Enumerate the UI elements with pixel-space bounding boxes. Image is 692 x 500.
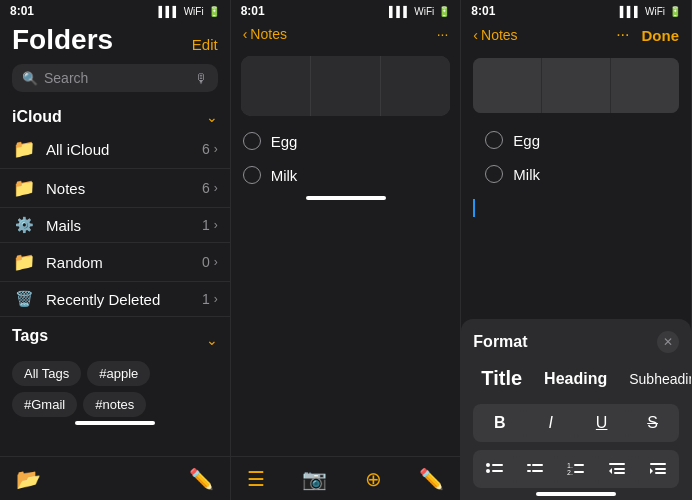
tags-list: All Tags #apple #Gmail #notes (12, 361, 218, 417)
back-chevron-icon-3: ‹ (473, 27, 478, 43)
folder-toolbar-icon[interactable]: 📂 (16, 467, 41, 491)
style-title-button[interactable]: Title (473, 363, 530, 394)
folder-item-all-icloud[interactable]: 📁 All iCloud 6 › (0, 130, 230, 169)
strikethrough-button[interactable]: S (628, 406, 677, 440)
notes-list-ellipsis[interactable]: ··· (437, 26, 449, 42)
style-heading-button[interactable]: Heading (536, 366, 615, 392)
folder-label-random: Random (46, 254, 202, 271)
signal-icon-3: ▌▌▌ (620, 6, 641, 17)
italic-button[interactable]: I (526, 406, 575, 440)
folder-chevron-mails: › (214, 218, 218, 232)
compose-toolbar-icon[interactable]: ✏️ (189, 467, 214, 491)
home-indicator-1 (75, 421, 155, 425)
editor-check-circle-egg[interactable] (485, 131, 503, 149)
battery-icon: 🔋 (208, 6, 220, 17)
editor-img-cell-2 (542, 58, 610, 113)
svg-rect-19 (655, 472, 666, 474)
status-icons-1: ▌▌▌ WiFi 🔋 (158, 6, 219, 17)
svg-rect-6 (527, 470, 531, 472)
folder-item-mails[interactable]: ⚙️ Mails 1 › (0, 208, 230, 243)
indent-button[interactable] (638, 452, 677, 486)
location-toolbar-icon[interactable]: ⊕ (365, 467, 382, 491)
check-circle-milk-2[interactable] (243, 166, 261, 184)
status-bar-3: 8:01 ▌▌▌ WiFi 🔋 (461, 0, 691, 20)
icloud-chevron-icon[interactable]: ⌄ (206, 109, 218, 125)
back-chevron-icon: ‹ (243, 26, 248, 42)
folder-chevron-notes: › (214, 181, 218, 195)
svg-rect-4 (527, 464, 531, 466)
folder-label-notes: Notes (46, 180, 202, 197)
svg-rect-16 (650, 463, 666, 465)
tag-all-tags[interactable]: All Tags (12, 361, 81, 386)
notes-back-button[interactable]: ‹ Notes (243, 26, 287, 42)
svg-rect-11 (574, 471, 584, 473)
folder-item-random[interactable]: 📁 Random 0 › (0, 243, 230, 282)
notes-list-header: ‹ Notes ··· (231, 20, 461, 48)
time-2: 8:01 (241, 4, 265, 18)
bold-button[interactable]: B (475, 406, 524, 440)
checklist-item-egg-2[interactable]: Egg (231, 124, 461, 158)
battery-icon-3: 🔋 (669, 6, 681, 17)
svg-rect-3 (492, 470, 503, 472)
ordered-list-button[interactable]: 1.2. (557, 452, 596, 486)
editor-check-label-milk: Milk (513, 166, 540, 183)
editor-img-cell-1 (473, 58, 541, 113)
editor-check-label-egg: Egg (513, 132, 540, 149)
editor-back-button[interactable]: ‹ Notes (473, 27, 517, 43)
unordered-list-button[interactable] (475, 452, 514, 486)
editor-img-cell-3 (611, 58, 679, 113)
check-circle-egg-2[interactable] (243, 132, 261, 150)
tags-chevron-icon[interactable]: ⌄ (206, 332, 218, 348)
folder-item-recently-deleted[interactable]: 🗑️ Recently Deleted 1 › (0, 282, 230, 317)
format-close-button[interactable]: ✕ (657, 331, 679, 353)
editor-ellipsis[interactable]: ··· (616, 26, 629, 44)
editor-check-circle-milk[interactable] (485, 165, 503, 183)
wifi-icon-2: WiFi (414, 6, 434, 17)
checklist-toolbar-icon[interactable]: ☰ (247, 467, 265, 491)
format-text-row: B I U S (473, 404, 679, 442)
note-preview-card[interactable] (241, 56, 451, 116)
home-indicator-3 (536, 492, 616, 496)
compose-toolbar-icon-2[interactable]: ✏️ (419, 467, 444, 491)
folder-icon-notes: 📁 (12, 177, 36, 199)
status-icons-2: ▌▌▌ WiFi 🔋 (389, 6, 450, 17)
svg-marker-17 (650, 468, 653, 474)
svg-rect-5 (532, 464, 543, 466)
svg-rect-9 (574, 464, 584, 466)
folder-item-notes[interactable]: 📁 Notes 6 › (0, 169, 230, 208)
checklist-item-milk-2[interactable]: Milk (231, 158, 461, 192)
outdent-button[interactable] (598, 452, 637, 486)
tag-gmail[interactable]: #Gmail (12, 392, 77, 417)
style-subheading-button[interactable]: Subheading (621, 367, 692, 391)
underline-button[interactable]: U (577, 406, 626, 440)
editor-checklist-item-milk[interactable]: Milk (473, 157, 679, 191)
folder-count-random: 0 (202, 254, 210, 270)
done-button[interactable]: Done (642, 27, 680, 44)
dashed-list-button[interactable] (516, 452, 555, 486)
tag-notes[interactable]: #notes (83, 392, 146, 417)
back-label-3: Notes (481, 27, 518, 43)
search-icon: 🔍 (22, 71, 38, 86)
editor-checklist-item-egg[interactable]: Egg (473, 123, 679, 157)
svg-rect-15 (614, 472, 625, 474)
icloud-section-header: iCloud ⌄ (0, 100, 230, 130)
status-bar-2: 8:01 ▌▌▌ WiFi 🔋 (231, 0, 461, 20)
img-cell-2 (311, 56, 380, 116)
folder-count-mails: 1 (202, 217, 210, 233)
folder-label-deleted: Recently Deleted (46, 291, 202, 308)
note-image-grid (241, 56, 451, 116)
back-label-2: Notes (250, 26, 287, 42)
img-cell-3 (381, 56, 450, 116)
svg-rect-7 (532, 470, 543, 472)
tags-section: Tags ⌄ All Tags #apple #Gmail #notes (0, 317, 230, 417)
search-bar[interactable]: 🔍 Search 🎙 (12, 64, 218, 92)
format-panel-title: Format (473, 333, 527, 351)
edit-button[interactable]: Edit (192, 36, 218, 53)
svg-point-0 (486, 463, 490, 467)
camera-toolbar-icon[interactable]: 📷 (302, 467, 327, 491)
signal-icon-2: ▌▌▌ (389, 6, 410, 17)
folder-chevron-deleted: › (214, 292, 218, 306)
tag-apple[interactable]: #apple (87, 361, 150, 386)
folder-chevron-random: › (214, 255, 218, 269)
img-cell-1 (241, 56, 310, 116)
